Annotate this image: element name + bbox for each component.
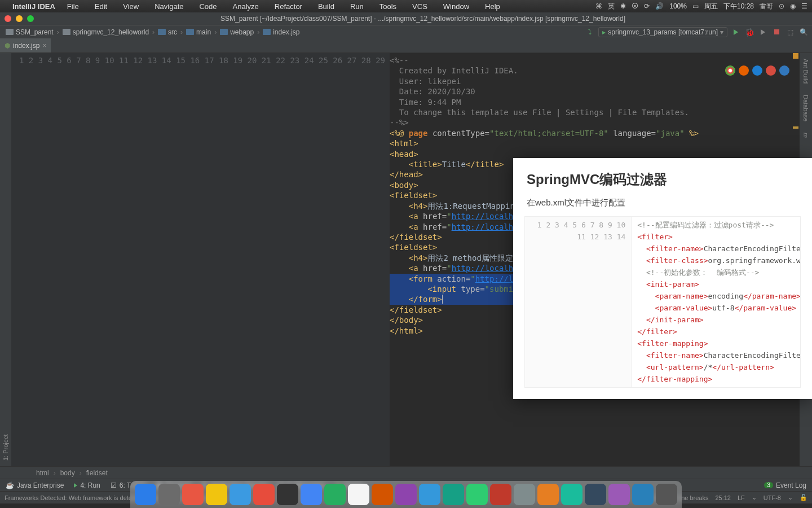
dock-app[interactable]: [158, 484, 180, 505]
menu-edit[interactable]: Edit: [91, 2, 111, 11]
dock-app[interactable]: [395, 484, 417, 505]
menu-build[interactable]: Build: [314, 2, 338, 11]
dock-app[interactable]: [372, 484, 393, 505]
menu-navigate[interactable]: Navigate: [151, 2, 187, 11]
mac-dock[interactable]: [130, 481, 682, 508]
tab-index-jsp[interactable]: ⬢ index.jsp ×: [0, 38, 51, 52]
siri-icon: ◉: [790, 2, 796, 10]
build-icon[interactable]: ⤵: [585, 27, 595, 37]
project-tool-button[interactable]: 1: Project: [2, 435, 9, 461]
firefox-icon[interactable]: [739, 65, 749, 76]
code-breadcrumb[interactable]: html› body› fieldset: [0, 466, 812, 479]
wifi-icon[interactable]: ⌘: [595, 2, 602, 10]
file-encoding[interactable]: UTF-8: [764, 494, 781, 501]
tab-label: index.jsp: [13, 42, 39, 50]
menu-code[interactable]: Code: [195, 2, 220, 11]
menu-vcs[interactable]: VCS: [408, 2, 431, 11]
close-icon[interactable]: [5, 15, 11, 22]
dock-app[interactable]: [561, 484, 582, 505]
stop-button[interactable]: [771, 27, 782, 37]
dock-app[interactable]: [656, 484, 677, 505]
run-coverage-button[interactable]: [758, 27, 768, 37]
bluetooth-icon: ✱: [620, 2, 626, 10]
browser-preview-icons: [725, 65, 789, 76]
menu-icon: ☰: [801, 2, 807, 10]
battery-percent: 100%: [669, 2, 687, 10]
menu-analyze[interactable]: Analyze: [229, 2, 263, 11]
breadcrumb-item[interactable]: webapp: [218, 28, 256, 36]
menu-view[interactable]: View: [119, 2, 143, 11]
mac-menubar: IntelliJ IDEA FileEditViewNavigateCodeAn…: [0, 0, 812, 12]
code-line[interactable]: To change this template use File | Setti…: [390, 107, 800, 117]
run-tool[interactable]: 4: Run: [74, 481, 100, 489]
dock-app[interactable]: [419, 484, 440, 505]
database-tool-button[interactable]: Database: [802, 95, 809, 121]
popup-codeblock: 1 2 3 4 5 6 7 8 9 10 11 12 13 14 <!--配置编…: [524, 216, 801, 388]
line-separator[interactable]: LF: [738, 494, 745, 501]
caret-position: 25:12: [715, 494, 731, 501]
code-line[interactable]: <html>: [390, 138, 800, 148]
dock-app[interactable]: [537, 484, 559, 505]
breadcrumb-item[interactable]: SSM_parent: [3, 28, 56, 36]
dock-app[interactable]: [490, 484, 511, 505]
safari-icon[interactable]: [752, 65, 762, 76]
readonly-icon[interactable]: 🔓: [800, 494, 807, 501]
chrome-icon[interactable]: [725, 65, 735, 76]
dock-app[interactable]: [632, 484, 654, 505]
menu-file[interactable]: File: [63, 2, 83, 11]
minimize-icon[interactable]: [16, 15, 23, 22]
menu-refactor[interactable]: Refactor: [271, 2, 306, 11]
left-tool-stripe[interactable]: 1: Project: [0, 53, 11, 466]
breadcrumb-item[interactable]: springmvc_12_helloworld: [60, 28, 151, 36]
menu-tools[interactable]: Tools: [376, 2, 400, 11]
app-name[interactable]: IntelliJ IDEA: [12, 2, 55, 11]
dock-app[interactable]: [324, 484, 346, 505]
documentation-popup: SpringMVC编码过滤器 在web.xml文件中进行配置 1 2 3 4 5…: [513, 158, 812, 399]
run-config-label: springmvc_13_params [tomcat7:run]: [608, 28, 718, 36]
dock-app[interactable]: [206, 484, 227, 505]
dock-app[interactable]: [585, 484, 606, 505]
code-line[interactable]: <%@ page contentType="text/html;charset=…: [390, 128, 800, 138]
maximize-icon[interactable]: [27, 15, 34, 22]
dock-app[interactable]: [301, 484, 322, 505]
run-button[interactable]: [731, 27, 741, 37]
dock-app[interactable]: [277, 484, 298, 505]
dock-app[interactable]: [230, 484, 251, 505]
dock-app[interactable]: [608, 484, 630, 505]
code-line[interactable]: User: likepei: [390, 76, 800, 86]
code-line[interactable]: <%--: [390, 55, 800, 65]
menubar-status: ⌘ 英 ✱ ⦿ ⟳ 🔊 100% ▭ 周五 下午10:28 雷哥 ⊙ ◉ ☰: [595, 2, 807, 11]
volume-icon: 🔊: [655, 2, 664, 10]
search-icon[interactable]: 🔍: [798, 27, 809, 37]
code-line[interactable]: Date: 2020/10/30: [390, 86, 800, 97]
dock-app[interactable]: [348, 484, 369, 505]
dock-app[interactable]: [466, 484, 488, 505]
dock-app[interactable]: [253, 484, 275, 505]
event-log-button[interactable]: 3 Event Log: [764, 481, 806, 489]
maven-tool-button[interactable]: m: [802, 133, 809, 138]
popup-title: SpringMVC编码过滤器: [513, 169, 812, 195]
opera-icon[interactable]: [766, 65, 776, 76]
breadcrumb-item[interactable]: src: [156, 28, 179, 36]
menu-window[interactable]: Window: [439, 2, 473, 11]
dock-app[interactable]: [182, 484, 204, 505]
edge-icon[interactable]: [779, 65, 789, 76]
menu-help[interactable]: Help: [481, 2, 504, 11]
menu-run[interactable]: Run: [346, 2, 368, 11]
breadcrumb-item[interactable]: main: [184, 28, 213, 36]
editor-tabs: ⬢ index.jsp ×: [0, 38, 812, 53]
debug-button[interactable]: 🐞: [744, 27, 754, 37]
code-line[interactable]: Time: 9:44 PM: [390, 97, 800, 107]
close-icon[interactable]: ×: [42, 42, 46, 50]
line-gutter: 1 2 3 4 5 6 7 8 9 10 11 12 13 14 15 16 1…: [11, 53, 390, 466]
ant-tool-button[interactable]: Ant Build: [802, 59, 809, 84]
java-ee-tool[interactable]: ☕ Java Enterprise: [6, 481, 64, 489]
dock-app[interactable]: [135, 484, 156, 505]
run-config-select[interactable]: ▸ springmvc_13_params [tomcat7:run] ▾: [598, 27, 727, 37]
code-line[interactable]: --%>: [390, 117, 800, 128]
update-button[interactable]: ⬚: [785, 27, 795, 37]
breadcrumb-item[interactable]: index.jsp: [261, 28, 302, 36]
dock-app[interactable]: [443, 484, 464, 505]
window-title: SSM_parent [~/IdeaProject/class007/SSM_p…: [34, 15, 812, 23]
dock-app[interactable]: [514, 484, 535, 505]
